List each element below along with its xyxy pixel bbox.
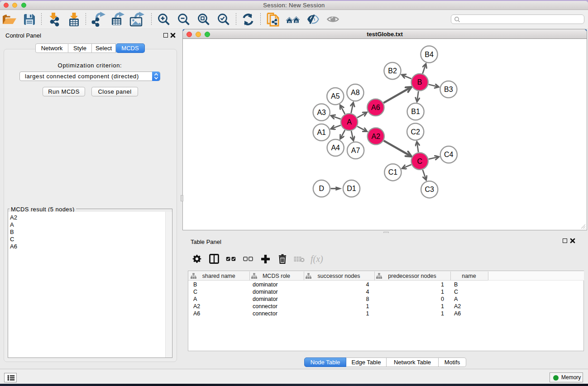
svg-text:A3: A3 — [317, 109, 326, 116]
svg-text:B1: B1 — [411, 108, 420, 115]
svg-text:A7: A7 — [351, 147, 360, 154]
svg-text:D1: D1 — [347, 185, 356, 192]
svg-text:A4: A4 — [331, 144, 340, 152]
svg-text:C4: C4 — [444, 151, 454, 158]
svg-text:C2: C2 — [411, 128, 420, 136]
svg-text:A6: A6 — [371, 104, 380, 111]
svg-text:B4: B4 — [425, 51, 434, 58]
svg-text:C1: C1 — [388, 168, 398, 176]
svg-text:D: D — [319, 185, 325, 192]
svg-text:A2: A2 — [372, 133, 381, 140]
svg-text:C3: C3 — [425, 186, 434, 193]
svg-text:C: C — [417, 157, 422, 165]
svg-text:B3: B3 — [444, 86, 453, 93]
svg-text:A1: A1 — [317, 129, 326, 136]
svg-text:A8: A8 — [351, 89, 360, 96]
svg-text:B: B — [417, 78, 422, 86]
svg-text:A5: A5 — [331, 92, 340, 100]
svg-text:A: A — [347, 118, 352, 126]
svg-text:B2: B2 — [388, 67, 397, 75]
